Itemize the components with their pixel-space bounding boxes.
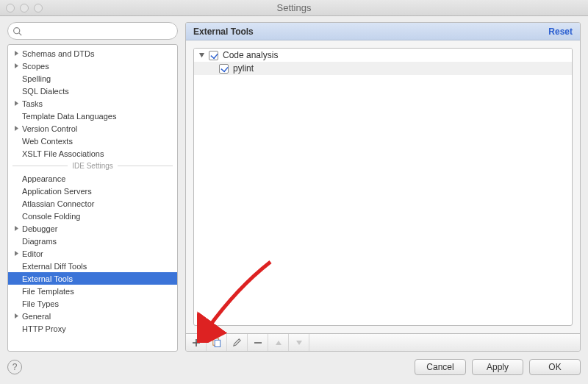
- sidebar-item-label: Appearance: [22, 174, 65, 183]
- sidebar-item-label: File Types: [22, 299, 59, 308]
- add-button[interactable]: [186, 334, 207, 351]
- sidebar-item[interactable]: SQL Dialects: [8, 85, 177, 97]
- sidebar-item-label: XSLT File Associations: [22, 149, 104, 158]
- sidebar-item[interactable]: General: [8, 310, 177, 322]
- svg-marker-9: [198, 52, 204, 57]
- sidebar-item[interactable]: Editor: [8, 247, 177, 260]
- svg-marker-2: [15, 51, 18, 56]
- remove-button[interactable]: [248, 334, 268, 351]
- sidebar-item[interactable]: Spelling: [8, 72, 177, 85]
- sidebar-item-label: General: [22, 312, 51, 321]
- tools-item-row[interactable]: pylint: [194, 62, 572, 75]
- sidebar-item[interactable]: File Types: [8, 297, 177, 310]
- tools-list[interactable]: Code analysis pylint: [193, 48, 573, 326]
- sidebar-item-label: HTTP Proxy: [22, 324, 66, 333]
- minus-icon: [254, 338, 262, 347]
- chevron-right-icon: [12, 63, 21, 69]
- item-label: pylint: [233, 63, 254, 74]
- svg-marker-5: [15, 126, 18, 131]
- sidebar-item-label: Atlassian Connector: [22, 199, 94, 208]
- pencil-icon: [232, 338, 242, 347]
- sidebar-item[interactable]: Version Control: [8, 122, 177, 135]
- sidebar-item[interactable]: External Diff Tools: [8, 260, 177, 272]
- chevron-right-icon: [12, 100, 21, 107]
- sidebar-item-label: Template Data Languages: [22, 112, 116, 121]
- sidebar-item[interactable]: Appearance: [8, 172, 177, 185]
- sidebar-item-label: External Tools: [22, 274, 73, 283]
- tools-group-row[interactable]: Code analysis: [194, 49, 572, 62]
- tools-toolbar: [186, 333, 580, 351]
- settings-tree[interactable]: Schemas and DTDsScopesSpellingSQL Dialec…: [7, 44, 178, 352]
- sidebar-item[interactable]: Console Folding: [8, 210, 177, 222]
- sidebar-item-label: Application Servers: [22, 187, 92, 196]
- sidebar-section-label: IDE Settings: [68, 162, 118, 170]
- item-checkbox[interactable]: [219, 64, 229, 74]
- search-field[interactable]: [7, 22, 178, 40]
- sidebar-item-label: Editor: [22, 249, 43, 258]
- sidebar-item-label: Debugger: [22, 224, 57, 233]
- traffic-minimize[interactable]: [20, 4, 29, 13]
- search-input[interactable]: [22, 26, 173, 35]
- sidebar-item[interactable]: Template Data Languages: [8, 110, 177, 122]
- chevron-right-icon: [12, 313, 21, 319]
- svg-line-1: [19, 32, 21, 35]
- help-button[interactable]: ?: [7, 360, 22, 374]
- sidebar-item-label: External Diff Tools: [22, 262, 87, 271]
- svg-point-0: [14, 27, 20, 33]
- cancel-button[interactable]: Cancel: [415, 359, 466, 375]
- panel-title: External Tools: [193, 26, 254, 37]
- traffic-close[interactable]: [6, 4, 15, 13]
- sidebar-item[interactable]: Web Contexts: [8, 135, 177, 147]
- sidebar-item-label: Web Contexts: [22, 137, 73, 146]
- copy-icon: [212, 338, 221, 347]
- sidebar-item[interactable]: Debugger: [8, 222, 177, 235]
- svg-marker-8: [15, 313, 18, 319]
- chevron-right-icon: [12, 125, 21, 132]
- triangle-up-icon: [275, 339, 282, 346]
- disclosure-triangle-icon[interactable]: [197, 52, 206, 59]
- sidebar-item[interactable]: XSLT File Associations: [8, 147, 177, 160]
- svg-marker-13: [296, 341, 302, 345]
- apply-button[interactable]: Apply: [472, 359, 523, 375]
- sidebar-item-label: SQL Dialects: [22, 87, 69, 96]
- chevron-right-icon: [12, 225, 21, 232]
- sidebar-item[interactable]: Scopes: [8, 60, 177, 72]
- group-checkbox[interactable]: [209, 51, 218, 60]
- svg-rect-11: [215, 340, 220, 346]
- svg-marker-6: [15, 226, 18, 231]
- edit-button[interactable]: [227, 334, 248, 351]
- help-icon: ?: [12, 362, 18, 372]
- plus-icon: [192, 338, 201, 347]
- sidebar-item[interactable]: External Tools: [8, 272, 177, 285]
- sidebar-item[interactable]: Diagrams: [8, 235, 177, 247]
- sidebar-item[interactable]: Tasks: [8, 97, 177, 110]
- sidebar-item[interactable]: Atlassian Connector: [8, 197, 177, 210]
- ok-button[interactable]: OK: [529, 359, 581, 375]
- sidebar-item[interactable]: HTTP Proxy: [8, 322, 177, 335]
- move-down-button[interactable]: [289, 334, 309, 351]
- group-label: Code analysis: [223, 50, 278, 60]
- chevron-right-icon: [12, 250, 21, 257]
- svg-marker-7: [15, 251, 18, 256]
- triangle-down-icon: [295, 339, 303, 346]
- svg-marker-3: [15, 63, 18, 68]
- sidebar-item[interactable]: Schemas and DTDs: [8, 47, 177, 60]
- sidebar-item-label: File Templates: [22, 287, 74, 296]
- sidebar-item-label: Schemas and DTDs: [22, 49, 94, 58]
- sidebar-item[interactable]: File Templates: [8, 285, 177, 297]
- sidebar-item-label: Spelling: [22, 74, 51, 83]
- chevron-right-icon: [12, 50, 21, 57]
- svg-marker-12: [276, 341, 282, 345]
- traffic-zoom[interactable]: [34, 4, 43, 13]
- sidebar-item-label: Console Folding: [22, 212, 81, 221]
- sidebar-item-label: Scopes: [22, 62, 49, 71]
- sidebar-item[interactable]: Application Servers: [8, 185, 177, 197]
- reset-link[interactable]: Reset: [548, 26, 573, 37]
- sidebar-section-divider: IDE Settings: [12, 162, 173, 170]
- svg-marker-4: [15, 101, 18, 106]
- window-titlebar: Settings: [0, 0, 588, 16]
- copy-button[interactable]: [207, 334, 227, 351]
- move-up-button[interactable]: [268, 334, 289, 351]
- window-title: Settings: [0, 2, 588, 13]
- sidebar-item-label: Version Control: [22, 124, 77, 133]
